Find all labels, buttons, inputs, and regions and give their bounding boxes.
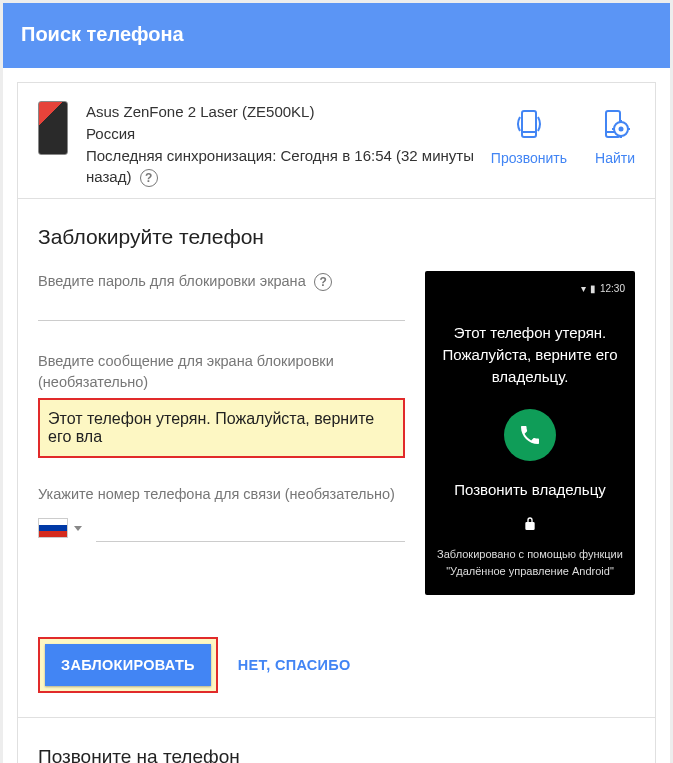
device-info: Asus ZenFone 2 Laser (ZE500KL) Россия По… — [86, 101, 481, 188]
page-header: Поиск телефона — [3, 3, 670, 68]
lock-button[interactable]: ЗАБЛОКИРОВАТЬ — [45, 644, 211, 686]
chevron-down-icon — [74, 526, 82, 531]
device-thumbnail-icon — [38, 101, 68, 155]
signal-icon: ▾ — [581, 283, 586, 294]
lock-section-title: Заблокируйте телефон — [38, 225, 635, 249]
preview-call-button — [504, 409, 556, 461]
battery-icon: ▮ — [590, 283, 596, 294]
device-card: Asus ZenFone 2 Laser (ZE500KL) Россия По… — [17, 82, 656, 199]
password-input[interactable] — [38, 291, 405, 321]
message-label: Введите сообщение для экрана блокировки … — [38, 351, 405, 392]
lockscreen-preview: ▾ ▮ 12:30 Этот телефон утерян. Пожалуйст… — [425, 271, 635, 595]
page-title: Поиск телефона — [21, 23, 184, 45]
password-field-group: Введите пароль для блокировки экрана ? — [38, 271, 405, 321]
country-flag-selector[interactable] — [38, 518, 82, 538]
ring-label: Прозвонить — [491, 150, 567, 166]
preview-message: Этот телефон утерян. Пожалуйста, верните… — [435, 322, 625, 387]
help-icon[interactable]: ? — [140, 169, 158, 187]
phone-icon — [518, 423, 542, 447]
help-icon[interactable]: ? — [314, 273, 332, 291]
phone-input[interactable] — [96, 514, 405, 542]
device-name: Asus ZenFone 2 Laser (ZE500KL) — [86, 101, 481, 123]
ring-icon — [512, 107, 546, 144]
find-label: Найти — [595, 150, 635, 166]
password-label: Введите пароль для блокировки экрана — [38, 273, 306, 289]
ring-action[interactable]: Прозвонить — [491, 107, 567, 166]
device-country: Россия — [86, 123, 481, 145]
find-action[interactable]: Найти — [595, 107, 635, 166]
message-field-group: Введите сообщение для экрана блокировки … — [38, 351, 405, 458]
phone-field-group: Укажите номер телефона для связи (необяз… — [38, 484, 405, 542]
call-section-title: Позвоните на телефон — [38, 746, 635, 763]
preview-time: 12:30 — [600, 283, 625, 294]
preview-statusbar: ▾ ▮ 12:30 — [435, 283, 625, 294]
russia-flag-icon — [38, 518, 68, 538]
call-section[interactable]: Позвоните на телефон — [17, 718, 656, 763]
skip-button[interactable]: НЕТ, СПАСИБО — [238, 657, 351, 673]
device-sync-prefix: Последняя синхронизация: — [86, 147, 281, 164]
svg-rect-0 — [522, 111, 536, 137]
lock-button-highlight: ЗАБЛОКИРОВАТЬ — [38, 637, 218, 693]
lock-section: Заблокируйте телефон Введите пароль для … — [17, 199, 656, 718]
svg-point-5 — [619, 127, 624, 132]
preview-locked-text: Заблокировано с помощью функции "Удалённ… — [435, 546, 625, 579]
find-icon — [598, 107, 632, 144]
preview-call-label: Позвонить владельцу — [435, 481, 625, 498]
phone-label: Укажите номер телефона для связи (необяз… — [38, 484, 405, 504]
button-row: ЗАБЛОКИРОВАТЬ НЕТ, СПАСИБО — [38, 637, 635, 693]
message-input-highlighted[interactable]: Этот телефон утерян. Пожалуйста, верните… — [38, 398, 405, 458]
lock-icon — [435, 516, 625, 536]
device-sync-line: Последняя синхронизация: Сегодня в 16:54… — [86, 145, 481, 189]
